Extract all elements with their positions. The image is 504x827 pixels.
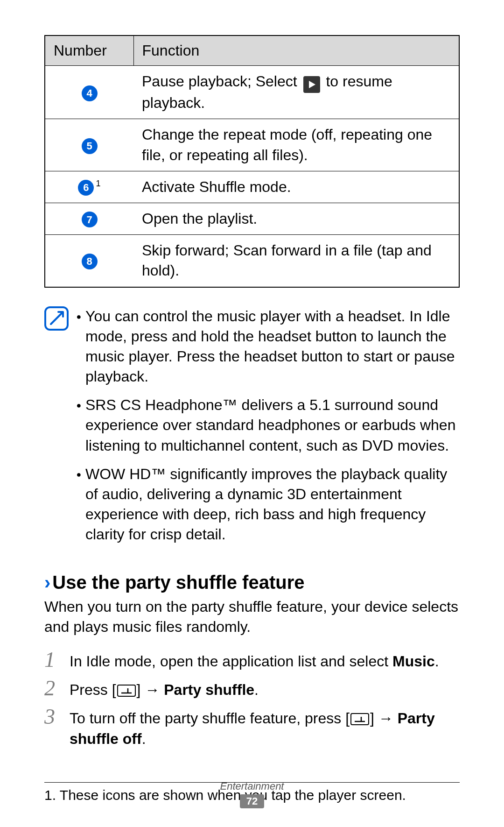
func-text-pre: Pause playback; Select [142, 73, 301, 90]
svg-rect-5 [351, 714, 369, 725]
number-badge-icon: 6 [78, 180, 94, 196]
cell-number: 5 [45, 119, 133, 171]
cell-function: Open the playlist. [133, 203, 459, 234]
th-number: Number [45, 35, 133, 66]
cell-function: Activate Shuffle mode. [133, 171, 459, 203]
page-footer: Entertainment 72 [0, 780, 504, 808]
step-text: . [254, 681, 259, 698]
step-number: 2 [44, 677, 70, 699]
step-text: . [435, 653, 439, 670]
step-text: . [142, 730, 146, 747]
section-heading: ›Use the party shuffle feature [44, 572, 460, 593]
step-2: 2 Press [] → Party shuffle. [44, 677, 460, 700]
note-icon [44, 306, 72, 553]
footnote-sup: 1 [96, 179, 100, 188]
note-text: SRS CS Headphone™ delivers a 5.1 surroun… [85, 395, 460, 456]
step-body: Press [] → Party shuffle. [70, 677, 460, 700]
note-text: WOW HD™ significantly improves the playb… [85, 464, 460, 545]
note-body: ● You can control the music player with … [72, 306, 460, 553]
page: Number Function 4 Pause playback; Select… [0, 0, 504, 827]
step-number: 1 [44, 648, 70, 671]
cell-number: 7 [45, 203, 133, 234]
step-text: Press [ [70, 681, 116, 698]
step-3: 3 To turn off the party shuffle feature,… [44, 705, 460, 750]
step-text: To turn off the party shuffle feature, p… [70, 710, 350, 727]
cell-function: Pause playback; Select to resume playbac… [133, 66, 459, 119]
step-1: 1 In Idle mode, open the application lis… [44, 648, 460, 672]
cell-function: Skip forward; Scan forward in a file (ta… [133, 235, 459, 287]
cell-function: Change the repeat mode (off, repeating o… [133, 119, 459, 171]
step-text: ] → [137, 681, 164, 698]
note-block: ● You can control the music player with … [44, 306, 460, 553]
step-body: In Idle mode, open the application list … [70, 648, 460, 672]
bullet-icon: ● [72, 464, 85, 545]
function-table: Number Function 4 Pause playback; Select… [44, 35, 460, 288]
step-text: In Idle mode, open the application list … [70, 653, 392, 670]
step-bold: Music [392, 653, 435, 670]
step-text: ] → [370, 710, 398, 727]
menu-key-icon [350, 713, 369, 725]
page-number: 72 [240, 794, 264, 808]
note-item: ● SRS CS Headphone™ delivers a 5.1 surro… [72, 395, 460, 456]
section-title: Use the party shuffle feature [52, 572, 304, 593]
note-item: ● WOW HD™ significantly improves the pla… [72, 464, 460, 545]
table-row: 5 Change the repeat mode (off, repeating… [45, 119, 459, 171]
note-item: ● You can control the music player with … [72, 306, 460, 387]
table-row: 8 Skip forward; Scan forward in a file (… [45, 235, 459, 287]
svg-marker-0 [309, 81, 315, 88]
number-badge-icon: 7 [82, 212, 98, 227]
section-intro: When you turn on the party shuffle featu… [44, 597, 460, 637]
bullet-icon: ● [72, 395, 85, 456]
table-row: 61 Activate Shuffle mode. [45, 171, 459, 203]
note-text: You can control the music player with a … [85, 306, 460, 387]
cell-number: 8 [45, 235, 133, 287]
step-number: 3 [44, 705, 70, 728]
svg-rect-2 [118, 685, 135, 696]
step-body: To turn off the party shuffle feature, p… [70, 705, 460, 750]
table-row: 4 Pause playback; Select to resume playb… [45, 66, 459, 119]
number-badge-icon: 8 [82, 254, 98, 269]
step-bold: Party shuffle [164, 681, 254, 698]
bullet-icon: ● [72, 306, 85, 387]
chevron-right-icon: › [44, 572, 50, 593]
cell-number: 61 [45, 171, 133, 203]
menu-key-icon [117, 685, 136, 697]
play-icon [303, 76, 320, 93]
th-function: Function [133, 35, 459, 66]
footer-category: Entertainment [0, 780, 504, 792]
number-badge-icon: 5 [82, 138, 98, 154]
table-row: 7 Open the playlist. [45, 203, 459, 234]
cell-number: 4 [45, 66, 133, 119]
number-badge-icon: 4 [82, 85, 98, 101]
